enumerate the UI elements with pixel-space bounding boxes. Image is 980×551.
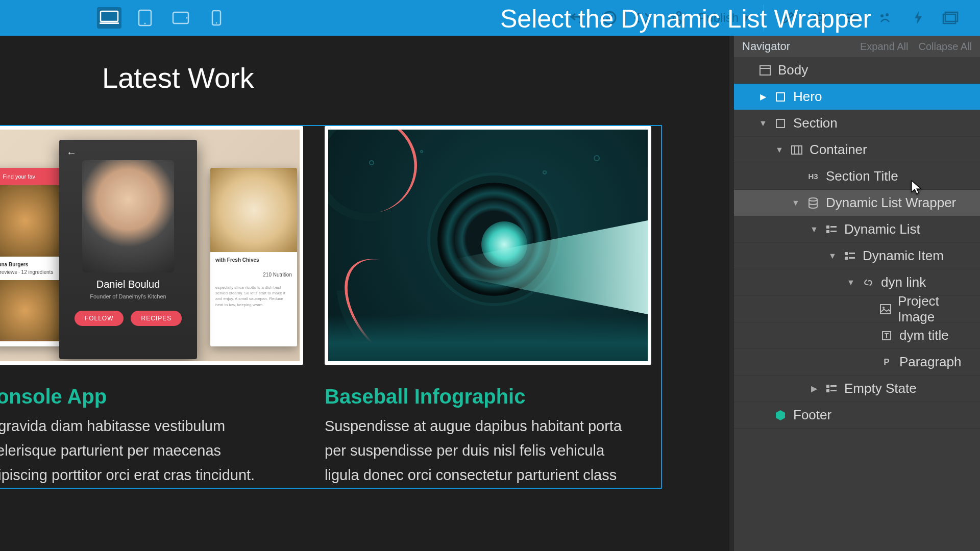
card-baseball-infographic[interactable]: Baseball Infographic Suspendisse at augu…	[325, 126, 651, 488]
svg-rect-37	[830, 385, 837, 387]
card-image	[325, 126, 651, 365]
chevron-right-icon[interactable]: ▶	[810, 384, 819, 393]
tree-node-label: Paragraph	[899, 354, 961, 370]
section-icon	[774, 90, 787, 104]
navigator-tree[interactable]: ▶Body▶Hero▼Section▼Container▶H3Section T…	[734, 57, 980, 551]
dlist-icon	[843, 249, 856, 263]
tree-node-empty-state[interactable]: ▶Empty State	[734, 375, 980, 402]
tree-node-project-image[interactable]: ▶Project Image	[734, 296, 980, 322]
device-tablet-landscape[interactable]	[168, 7, 193, 29]
expand-all-button[interactable]: Expand All	[860, 41, 909, 53]
svg-rect-39	[830, 390, 837, 391]
chevron-down-icon[interactable]: ▼	[758, 119, 768, 128]
back-arrow-icon: ←	[66, 147, 77, 159]
card-console-app[interactable]: ≡Find your fav Tuna Burgers8 reviews · 1…	[0, 126, 303, 488]
tree-node-section[interactable]: ▼Section	[734, 110, 980, 137]
tree-node-dynamic-list-wrapper[interactable]: ▼Dynamic List Wrapper	[734, 190, 980, 216]
link-icon	[862, 276, 875, 289]
tree-node-label: Dynamic Item	[863, 248, 944, 264]
section-title: Latest Work	[102, 61, 733, 94]
mouse-cursor-icon	[910, 180, 922, 194]
scrollbar-track[interactable]	[729, 36, 734, 551]
svg-rect-1	[100, 22, 119, 24]
navigator-title: Navigator	[742, 40, 790, 53]
tree-node-dym-title[interactable]: ▶dym title	[734, 322, 980, 349]
card-title: Baseball Infographic	[325, 385, 651, 408]
chevron-down-icon[interactable]: ▼	[846, 278, 855, 287]
svg-rect-36	[826, 385, 829, 388]
svg-rect-38	[826, 389, 829, 392]
tree-node-paragraph[interactable]: ▶PParagraph	[734, 349, 980, 375]
svg-rect-31	[845, 257, 848, 260]
tree-node-label: Hero	[793, 89, 822, 105]
tree-node-container[interactable]: ▼Container	[734, 137, 980, 163]
tree-node-label: Container	[810, 142, 867, 158]
tree-node-label: dyn link	[881, 274, 926, 290]
svg-rect-0	[101, 11, 118, 21]
svg-point-5	[186, 17, 188, 19]
svg-rect-32	[849, 257, 855, 259]
tree-node-label: Body	[778, 62, 808, 78]
tree-node-dynamic-list[interactable]: ▼Dynamic List	[734, 216, 980, 243]
card-title: Console App	[0, 385, 303, 408]
device-phone[interactable]	[204, 7, 229, 29]
main-area: Latest Work ≡Find your fav Tuna Burgers8…	[0, 36, 980, 551]
image-icon	[879, 303, 892, 316]
db-icon	[806, 196, 820, 210]
tree-node-label: Dynamic List Wrapper	[826, 195, 956, 211]
text-icon	[880, 329, 893, 342]
svg-rect-26	[830, 226, 837, 228]
tree-node-dyn-link[interactable]: ▼dyn link	[734, 269, 980, 296]
navigator-header: Navigator Expand All Collapse All	[734, 36, 980, 57]
chevron-right-icon[interactable]: ▶	[758, 92, 768, 102]
svg-point-34	[883, 307, 885, 309]
tree-node-label: Empty State	[844, 381, 917, 396]
svg-rect-21	[792, 146, 802, 154]
svg-rect-17	[760, 66, 770, 75]
svg-rect-29	[845, 252, 848, 255]
recipes-pill: RECIPES	[131, 311, 182, 326]
chevron-down-icon[interactable]: ▼	[775, 145, 784, 155]
svg-rect-25	[826, 226, 829, 229]
tree-node-section-title[interactable]: ▶H3Section Title	[734, 163, 980, 190]
navigator-panel: Navigator Expand All Collapse All ▶Body▶…	[733, 36, 980, 551]
svg-point-24	[809, 198, 817, 201]
tree-node-hero[interactable]: ▶Hero	[734, 84, 980, 110]
tree-node-body[interactable]: ▶Body	[734, 57, 980, 84]
chevron-down-icon[interactable]: ▼	[828, 252, 837, 261]
svg-rect-27	[826, 230, 829, 233]
tree-node-label: Dynamic List	[844, 221, 920, 237]
device-desktop[interactable]	[97, 7, 121, 29]
svg-point-3	[144, 23, 146, 24]
section-icon	[774, 117, 787, 130]
svg-rect-30	[849, 253, 855, 254]
p-icon: P	[880, 356, 893, 369]
card-image: ≡Find your fav Tuna Burgers8 reviews · 1…	[0, 126, 303, 365]
card-description: Suspendisse at augue dapibus habitant po…	[325, 414, 631, 488]
svg-rect-33	[880, 305, 891, 314]
tree-node-label: Section	[793, 115, 838, 131]
container-icon	[790, 143, 803, 157]
dynamic-list-selection[interactable]: ≡Find your fav Tuna Burgers8 reviews · 1…	[0, 125, 662, 489]
tree-node-label: Footer	[793, 407, 831, 423]
footer-icon	[774, 409, 787, 422]
collapse-all-button[interactable]: Collapse All	[918, 41, 972, 53]
svg-rect-20	[776, 119, 785, 128]
dlist-icon	[825, 382, 838, 395]
dlist-icon	[825, 223, 838, 236]
chevron-down-icon[interactable]: ▼	[791, 198, 800, 208]
device-tablet[interactable]	[133, 7, 157, 29]
design-canvas[interactable]: Latest Work ≡Find your fav Tuna Burgers8…	[0, 36, 733, 551]
tree-node-footer[interactable]: ▶Footer	[734, 402, 980, 429]
svg-rect-19	[776, 93, 785, 101]
tree-node-dynamic-item[interactable]: ▼Dynamic Item	[734, 243, 980, 269]
device-switcher	[97, 7, 229, 29]
follow-pill: FOLLOW	[75, 311, 124, 326]
card-description: Id gravida diam habitasse vestibulum sce…	[0, 414, 288, 488]
svg-point-7	[216, 22, 217, 24]
chevron-down-icon[interactable]: ▼	[810, 225, 819, 234]
tree-node-label: Project Image	[898, 293, 974, 325]
tree-node-label: dym title	[899, 328, 949, 343]
instruction-overlay: Select the Dynamic List Wrapper	[500, 4, 965, 34]
layout-icon	[758, 64, 772, 77]
